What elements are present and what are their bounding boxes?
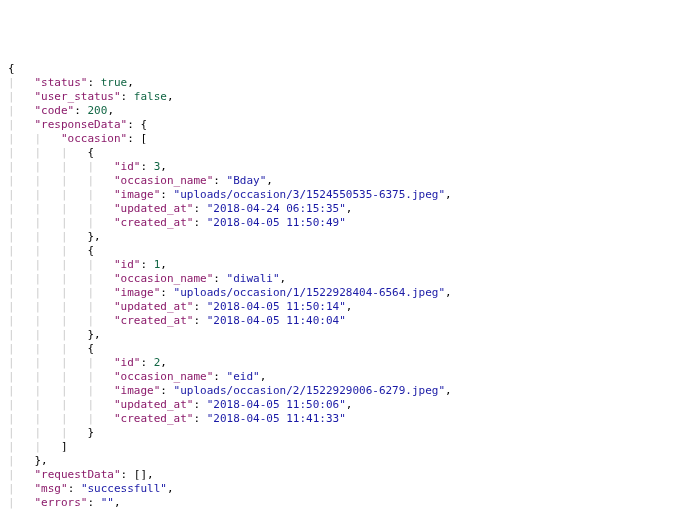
token-punc: , (445, 188, 452, 201)
token-str: "2018-04-05 11:50:49" (207, 216, 346, 229)
token-str: "uploads/occasion/3/1524550535-6375.jpeg… (174, 188, 446, 201)
token-punc: { (87, 146, 94, 159)
token-key: "occasion_name" (114, 370, 213, 383)
token-punc: , (280, 272, 287, 285)
token-punc: : [ (127, 132, 147, 145)
token-punc: : [], (121, 468, 154, 481)
code-line: | "errors": "", (8, 496, 685, 510)
token-punc: : (213, 272, 226, 285)
indent-guide: | | | | (8, 160, 114, 173)
token-key: "created_at" (114, 314, 193, 327)
code-line: | }, (8, 454, 685, 468)
indent-guide: | | | (8, 230, 87, 243)
token-str: "2018-04-05 11:41:33" (207, 412, 346, 425)
token-str: "2018-04-05 11:40:04" (207, 314, 346, 327)
code-line: | | | | "created_at": "2018-04-05 11:40:… (8, 314, 685, 328)
indent-guide: | | | | (8, 356, 114, 369)
token-punc: : { (127, 118, 147, 131)
token-punc: , (160, 160, 167, 173)
token-punc: , (114, 496, 121, 509)
token-str: "successfull" (81, 482, 167, 495)
code-line: | | | | "created_at": "2018-04-05 11:50:… (8, 216, 685, 230)
code-line: | "user_status": false, (8, 90, 685, 104)
code-line: | | | | "image": "uploads/occasion/3/152… (8, 188, 685, 202)
token-key: "status" (35, 76, 88, 89)
token-bool: false (134, 90, 167, 103)
code-line: | | | }, (8, 328, 685, 342)
indent-guide: | | | | (8, 216, 114, 229)
indent-guide: | | | (8, 328, 87, 341)
code-line: | | | | "created_at": "2018-04-05 11:41:… (8, 412, 685, 426)
token-punc: : (160, 384, 173, 397)
code-line: | | | { (8, 244, 685, 258)
token-str: "uploads/occasion/2/1522929006-6279.jpeg… (174, 384, 446, 397)
code-line: | | ] (8, 440, 685, 454)
token-key: "image" (114, 188, 160, 201)
indent-guide: | (8, 468, 35, 481)
indent-guide: | | | | (8, 412, 114, 425)
indent-guide: | (8, 496, 35, 509)
token-key: "created_at" (114, 216, 193, 229)
token-str: "Bday" (227, 174, 267, 187)
code-line: { (8, 62, 685, 76)
token-key: "id" (114, 258, 141, 271)
token-key: "user_status" (35, 90, 121, 103)
code-line: | | | | "image": "uploads/occasion/2/152… (8, 384, 685, 398)
token-punc: : (193, 398, 206, 411)
indent-guide: | (8, 90, 35, 103)
indent-guide: | | | | (8, 258, 114, 271)
token-key: "requestData" (35, 468, 121, 481)
token-punc: , (445, 384, 452, 397)
token-punc: : (193, 202, 206, 215)
token-key: "image" (114, 286, 160, 299)
token-num: 200 (88, 104, 108, 117)
indent-guide: | | | | (8, 398, 114, 411)
code-line: | "msg": "successfull", (8, 482, 685, 496)
token-punc: : (87, 496, 100, 509)
token-punc: : (140, 356, 153, 369)
token-punc: : (193, 412, 206, 425)
token-punc: : (121, 90, 134, 103)
indent-guide: | | | | (8, 174, 114, 187)
indent-guide: | | | (8, 244, 87, 257)
token-key: "occasion" (61, 132, 127, 145)
token-punc: , (167, 482, 174, 495)
token-key: "occasion_name" (114, 272, 213, 285)
token-punc: : (160, 286, 173, 299)
token-key: "msg" (35, 482, 68, 495)
indent-guide: | | | (8, 426, 87, 439)
indent-guide: | | (8, 440, 61, 453)
token-punc: : (193, 300, 206, 313)
code-line: | | | }, (8, 230, 685, 244)
code-line: | | "occasion": [ (8, 132, 685, 146)
token-key: "updated_at" (114, 300, 193, 313)
token-punc: { (8, 62, 15, 75)
token-key: "image" (114, 384, 160, 397)
token-punc: : (193, 216, 206, 229)
indent-guide: | | | | (8, 272, 114, 285)
token-punc: : (140, 160, 153, 173)
token-punc: , (160, 258, 167, 271)
code-line: | | | | "updated_at": "2018-04-24 06:15:… (8, 202, 685, 216)
indent-guide: | (8, 454, 35, 467)
code-line: | | | | "id": 1, (8, 258, 685, 272)
token-punc: , (167, 90, 174, 103)
token-punc: : (68, 482, 81, 495)
token-punc: , (260, 370, 267, 383)
indent-guide: | (8, 118, 35, 131)
token-key: "created_at" (114, 412, 193, 425)
code-line: | | | | "updated_at": "2018-04-05 11:50:… (8, 300, 685, 314)
token-punc: , (346, 202, 353, 215)
token-punc: { (87, 244, 94, 257)
token-punc: , (346, 398, 353, 411)
indent-guide: | | (8, 132, 61, 145)
indent-guide: | | | | (8, 370, 114, 383)
token-str: "2018-04-05 11:50:14" (207, 300, 346, 313)
token-key: "responseData" (35, 118, 128, 131)
token-punc: : (213, 174, 226, 187)
token-punc: }, (35, 454, 48, 467)
indent-guide: | | | | (8, 286, 114, 299)
code-line: | | | | "id": 2, (8, 356, 685, 370)
code-line: | | | | "id": 3, (8, 160, 685, 174)
indent-guide: | (8, 76, 35, 89)
